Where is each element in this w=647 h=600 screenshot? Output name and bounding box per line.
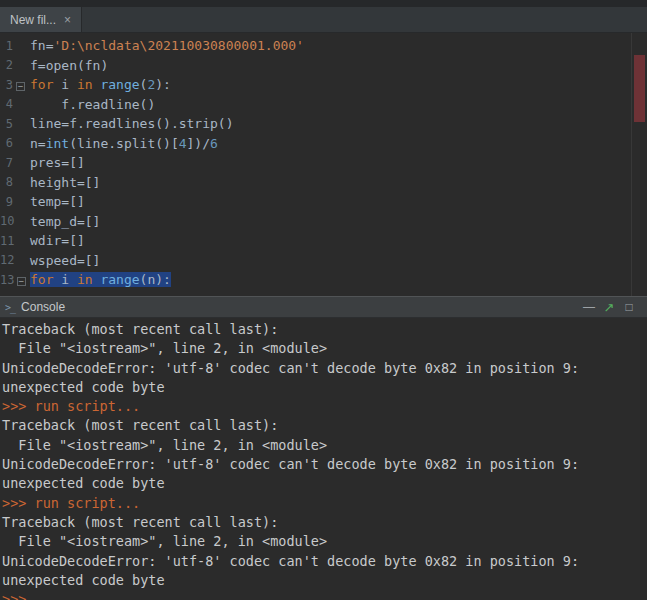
- code-line[interactable]: f=open(fn): [30, 56, 631, 76]
- code-line[interactable]: height=[]: [30, 173, 631, 193]
- fold-marker-icon[interactable]: −: [17, 277, 26, 286]
- console-line: unexpected code byte: [2, 474, 647, 493]
- console-line: >>>: [2, 590, 647, 600]
- tab-close-icon[interactable]: ×: [64, 14, 71, 26]
- console-line: unexpected code byte: [2, 571, 647, 590]
- console-line: >>> run script...: [2, 397, 647, 416]
- maximize-icon[interactable]: □: [619, 300, 639, 314]
- line-number: 7: [0, 153, 26, 173]
- code-line[interactable]: for i in range(n):: [30, 270, 631, 290]
- console-line: Traceback (most recent call last):: [2, 513, 647, 532]
- editor-gutter: 123−45678910111213−: [0, 33, 26, 296]
- code-line[interactable]: f.readline(): [30, 95, 631, 115]
- error-stripe-marker[interactable]: [634, 55, 645, 122]
- line-number: 4: [0, 95, 26, 115]
- console-panel-header: >_ Console — ↗ □: [0, 296, 647, 318]
- line-number: 9: [0, 192, 26, 212]
- console-line: >>> run script...: [2, 494, 647, 513]
- code-line[interactable]: wdir=[]: [30, 231, 631, 251]
- tab-new-file[interactable]: New fil... ×: [0, 7, 82, 32]
- code-line[interactable]: for i in range(2):: [30, 75, 631, 95]
- line-number: 5: [0, 114, 26, 134]
- console-panel-title: Console: [21, 300, 65, 314]
- code-line[interactable]: wspeed=[]: [30, 251, 631, 271]
- code-editor[interactable]: 123−45678910111213− fn='D:\ncldata\20211…: [0, 33, 647, 296]
- line-number: 1: [0, 36, 26, 56]
- line-number: 8: [0, 173, 26, 193]
- tab-label: New fil...: [10, 13, 56, 27]
- line-number: 10: [0, 212, 26, 232]
- code-line[interactable]: temp_d=[]: [30, 212, 631, 232]
- fold-marker-icon[interactable]: −: [16, 82, 25, 91]
- code-line[interactable]: temp=[]: [30, 192, 631, 212]
- editor-tab-bar: New fil... ×: [0, 7, 647, 33]
- line-number: 11: [0, 231, 26, 251]
- terminal-icon: >_: [5, 302, 15, 313]
- console-line: File "<iostream>", line 2, in <module>: [2, 532, 647, 551]
- code-line[interactable]: line=f.readlines().strip(): [30, 114, 631, 134]
- editor-scrollbar[interactable]: [631, 33, 647, 296]
- code-line[interactable]: fn='D:\ncldata\202110030800001.000': [30, 36, 631, 56]
- line-number: 2: [0, 56, 26, 76]
- line-number: 13−: [0, 270, 26, 290]
- line-number: 12: [0, 251, 26, 271]
- console-line: File "<iostream>", line 2, in <module>: [2, 436, 647, 455]
- console-line: File "<iostream>", line 2, in <module>: [2, 339, 647, 358]
- popout-arrow-icon[interactable]: ↗: [599, 300, 619, 315]
- console-output[interactable]: Traceback (most recent call last): File …: [0, 318, 647, 600]
- console-line: unexpected code byte: [2, 378, 647, 397]
- window-top-edge: [0, 0, 647, 7]
- code-area[interactable]: fn='D:\ncldata\202110030800001.000'f=ope…: [26, 33, 631, 296]
- line-number: 3−: [0, 75, 26, 95]
- console-line: Traceback (most recent call last):: [2, 416, 647, 435]
- console-line: UnicodeDecodeError: 'utf-8' codec can't …: [2, 552, 647, 571]
- line-number: 6: [0, 134, 26, 154]
- console-line: Traceback (most recent call last):: [2, 320, 647, 339]
- console-line: UnicodeDecodeError: 'utf-8' codec can't …: [2, 359, 647, 378]
- code-line[interactable]: n=int(line.split()[4])/6: [30, 134, 631, 154]
- code-line[interactable]: pres=[]: [30, 153, 631, 173]
- minimize-icon[interactable]: —: [579, 300, 599, 314]
- console-line: UnicodeDecodeError: 'utf-8' codec can't …: [2, 455, 647, 474]
